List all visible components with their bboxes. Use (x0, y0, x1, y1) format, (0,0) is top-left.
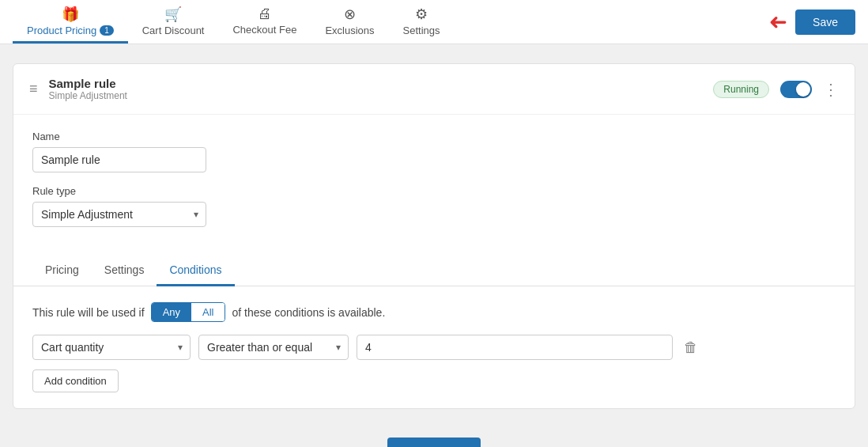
cart-discount-icon: 🛒 (164, 6, 182, 23)
any-all-toggle: Any All (151, 302, 226, 322)
condition-intro: This rule will be used if Any All of the… (32, 302, 836, 322)
rule-header: ≡ Sample rule Simple Adjustment Running … (13, 64, 855, 115)
form-section: Name Rule type Simple Adjustment ▾ (13, 115, 855, 256)
tab-cart-discount[interactable]: 🛒 Cart Discount (128, 0, 219, 44)
intro-text-after: of these conditions is available. (232, 306, 385, 319)
checkout-fee-label: Checkout Fee (232, 24, 296, 36)
checkout-fee-icon: 🖨 (258, 6, 272, 22)
trash-icon: 🗑 (684, 339, 698, 355)
intro-text-before: This rule will be used if (32, 306, 145, 319)
add-condition-button[interactable]: Add condition (32, 369, 119, 392)
rule-title-block: Sample rule Simple Adjustment (49, 77, 703, 101)
rule-type-label: Rule type (32, 185, 836, 197)
rule-name: Sample rule (49, 77, 703, 90)
cart-discount-label: Cart Discount (142, 25, 205, 36)
arrow-icon: ➜ (769, 9, 787, 35)
rule-type-select[interactable]: Simple Adjustment (32, 202, 206, 227)
settings-icon: ⚙ (415, 6, 428, 23)
bottom-bar: Add Rule (13, 425, 855, 447)
name-input[interactable] (32, 147, 206, 172)
inner-tab-pricing[interactable]: Pricing (32, 256, 92, 286)
condition-type-wrapper: Cart quantity ▾ (32, 335, 191, 360)
rule-type-select-wrapper: Simple Adjustment ▾ (32, 202, 206, 227)
add-rule-button[interactable]: Add Rule (387, 438, 481, 447)
product-pricing-badge: 1 (100, 25, 114, 36)
exclusions-label: Exclusions (325, 25, 374, 36)
condition-value-input[interactable] (357, 335, 673, 360)
save-button[interactable]: Save (795, 9, 855, 35)
inner-tab-settings[interactable]: Settings (92, 256, 157, 286)
settings-label: Settings (403, 25, 440, 36)
status-badge: Running (713, 81, 769, 98)
name-label: Name (32, 131, 836, 142)
main-content: ≡ Sample rule Simple Adjustment Running … (0, 44, 868, 447)
delete-condition-button[interactable]: 🗑 (681, 336, 701, 359)
tab-settings[interactable]: ⚙ Settings (389, 0, 455, 44)
drag-handle-icon[interactable]: ≡ (29, 81, 38, 97)
save-button-area: ➜ Save (769, 9, 855, 35)
all-toggle-option[interactable]: All (191, 303, 225, 321)
tab-exclusions[interactable]: ⊗ Exclusions (311, 0, 388, 44)
inner-tab-conditions[interactable]: Conditions (157, 256, 234, 286)
condition-type-select[interactable]: Cart quantity (32, 335, 191, 360)
more-options-icon[interactable]: ⋮ (823, 80, 839, 99)
product-pricing-label: Product Pricing 1 (27, 25, 114, 36)
rule-type-display: Simple Adjustment (49, 90, 703, 101)
conditions-section: This rule will be used if Any All of the… (13, 302, 855, 408)
any-toggle-option[interactable]: Any (152, 303, 191, 321)
condition-row: Cart quantity ▾ Greater than or equal ▾ … (32, 335, 836, 360)
operator-select[interactable]: Greater than or equal (198, 335, 349, 360)
rule-type-group: Rule type Simple Adjustment ▾ (32, 185, 836, 227)
operator-wrapper: Greater than or equal ▾ (198, 335, 349, 360)
inner-tab-list: Pricing Settings Conditions (13, 256, 855, 286)
nav-tab-list: 🎁 Product Pricing 1 🛒 Cart Discount 🖨 Ch… (13, 0, 455, 44)
rule-toggle[interactable] (780, 81, 812, 98)
tab-checkout-fee[interactable]: 🖨 Checkout Fee (218, 0, 311, 44)
toggle-knob (796, 82, 810, 97)
rule-card: ≡ Sample rule Simple Adjustment Running … (13, 63, 855, 409)
name-group: Name (32, 131, 836, 172)
product-pricing-icon: 🎁 (62, 6, 79, 23)
exclusions-icon: ⊗ (344, 6, 356, 23)
top-navigation: 🎁 Product Pricing 1 🛒 Cart Discount 🖨 Ch… (0, 0, 868, 44)
tab-product-pricing[interactable]: 🎁 Product Pricing 1 (13, 0, 128, 44)
